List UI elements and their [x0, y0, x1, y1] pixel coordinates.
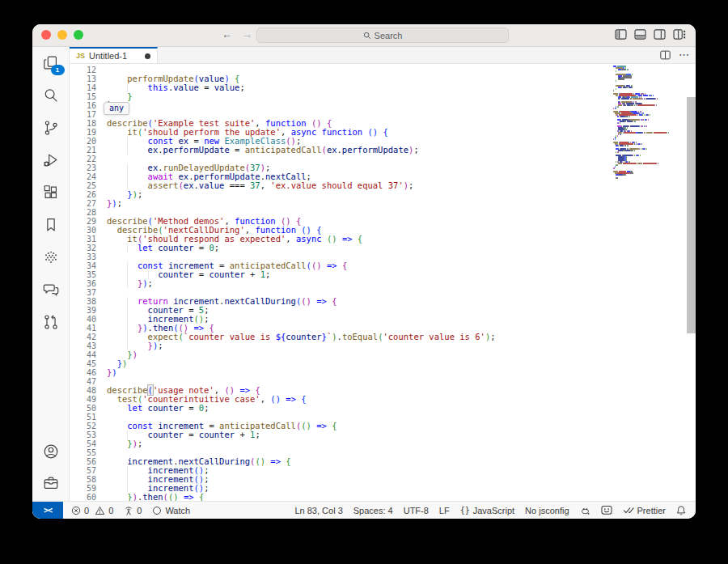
line-number[interactable]: 55 [70, 448, 96, 457]
code-line-text[interactable]: expect(`counter value is ${counter}`).to… [96, 333, 696, 341]
cursor-position[interactable]: Ln 83, Col 3 [294, 506, 342, 515]
problems-indicator[interactable]: 0 0 [71, 506, 113, 515]
line-number[interactable]: 26 [70, 190, 96, 199]
line-number[interactable]: 29 [70, 217, 96, 226]
maximize-window-button[interactable] [74, 30, 83, 40]
sidebar-item-extensions[interactable] [41, 183, 61, 202]
line-number[interactable]: 32 [70, 244, 96, 252]
code-line-text[interactable]: }) [96, 359, 696, 368]
code-line-text[interactable]: let counter = 0; [96, 404, 696, 413]
code-line-text[interactable]: }); [96, 439, 696, 448]
code-line-text[interactable]: }).then(() => { [96, 493, 696, 501]
ports-indicator[interactable]: 0 [124, 506, 142, 515]
code-line[interactable]: 32 let counter = 0; [70, 244, 696, 252]
code-line[interactable]: 42 expect(`counter value is ${counter}`)… [70, 333, 696, 341]
line-number[interactable]: 34 [70, 261, 96, 270]
line-number[interactable]: 42 [70, 333, 96, 341]
line-number[interactable]: 24 [70, 172, 96, 181]
eol-setting[interactable]: LF [439, 506, 450, 515]
line-number[interactable]: 48 [70, 386, 96, 395]
vertical-scrollbar[interactable] [686, 64, 696, 501]
line-number[interactable]: 33 [70, 252, 96, 261]
line-number[interactable]: 37 [70, 288, 96, 297]
accounts-button[interactable] [41, 442, 61, 461]
code-line-text[interactable]: } [96, 92, 696, 101]
sidebar-item-comments[interactable] [41, 280, 61, 299]
code-line[interactable]: 15 } [70, 92, 696, 101]
code-line-text[interactable]: }); [96, 341, 696, 350]
minimize-window-button[interactable] [57, 30, 67, 40]
notifications-button[interactable] [676, 505, 686, 515]
jsconfig-status[interactable]: No jsconfig [525, 506, 569, 515]
line-number[interactable]: 22 [70, 155, 96, 163]
copilot-button[interactable] [580, 506, 590, 515]
close-window-button[interactable] [41, 30, 51, 40]
line-number[interactable]: 58 [70, 475, 96, 484]
code-line[interactable]: 27}); [70, 199, 696, 208]
line-number[interactable]: 57 [70, 466, 96, 475]
code-line[interactable]: 36 }); [70, 279, 696, 288]
sidebar-item-sparkle-dots[interactable] [41, 248, 61, 267]
sidebar-item-explorer[interactable]: 1 [41, 53, 61, 73]
sidebar-item-search[interactable] [41, 86, 61, 105]
sidebar-item-run-debug[interactable] [41, 151, 61, 170]
line-number[interactable]: 28 [70, 208, 96, 217]
remote-indicator[interactable]: >< [32, 502, 63, 519]
line-number[interactable]: 12 [70, 66, 96, 74]
line-number[interactable]: 38 [70, 297, 96, 306]
watch-task-indicator[interactable]: Watch [152, 506, 190, 515]
line-number[interactable]: 14 [70, 83, 96, 92]
sidebar-item-source-control[interactable] [41, 118, 61, 138]
line-number[interactable]: 16 [70, 101, 96, 110]
toggle-panel-icon[interactable] [634, 29, 646, 40]
code-line[interactable]: 54 }); [70, 439, 696, 448]
line-number[interactable]: 45 [70, 359, 96, 368]
encoding-setting[interactable]: UTF-8 [404, 506, 429, 515]
line-number[interactable]: 46 [70, 368, 96, 377]
code-line-text[interactable]: ` [96, 101, 696, 110]
code-line-text[interactable]: assert(ex.value === 37, 'ex.value should… [96, 181, 696, 190]
code-line[interactable]: 50 let counter = 0; [70, 404, 696, 413]
line-number[interactable]: 13 [70, 74, 96, 83]
scrollbar-thumb[interactable] [687, 97, 696, 333]
line-number[interactable]: 23 [70, 163, 96, 172]
formatter-status[interactable]: Prettier [623, 506, 666, 515]
code-line-text[interactable]: ex.performUpdate = anticipatedCall(ex.pe… [96, 146, 696, 155]
code-line-text[interactable]: counter = counter + 1; [96, 430, 696, 439]
modified-indicator-dot[interactable] [145, 53, 150, 59]
line-number[interactable]: 59 [70, 484, 96, 493]
more-actions-icon[interactable]: ⋯ [679, 51, 689, 59]
line-number[interactable]: 15 [70, 92, 96, 101]
command-center-search[interactable]: Search [256, 28, 509, 43]
back-button[interactable]: ← [222, 28, 232, 40]
line-number[interactable]: 44 [70, 350, 96, 359]
code-line[interactable]: 16` [70, 101, 696, 110]
code-line[interactable]: 21 ex.performUpdate = anticipatedCall(ex… [70, 146, 696, 155]
code-line[interactable]: 26 }); [70, 190, 696, 199]
code-line[interactable]: 25 assert(ex.value === 37, 'ex.value sho… [70, 181, 696, 190]
line-number[interactable]: 54 [70, 439, 96, 448]
line-number[interactable]: 35 [70, 270, 96, 279]
sidebar-item-pull-request[interactable] [41, 312, 61, 332]
code-line-text[interactable]: }); [96, 279, 696, 288]
line-number[interactable]: 19 [70, 128, 96, 137]
code-line-text[interactable]: this.value = value; [96, 83, 696, 92]
forward-button[interactable]: → [242, 28, 252, 40]
toggle-primary-sidebar-icon[interactable] [615, 29, 627, 40]
line-number[interactable]: 21 [70, 146, 96, 155]
line-number[interactable]: 30 [70, 226, 96, 235]
code-line[interactable]: 60 }).then(() => { [70, 493, 696, 501]
line-number[interactable]: 56 [70, 457, 96, 466]
line-number[interactable]: 39 [70, 306, 96, 315]
line-number[interactable]: 49 [70, 395, 96, 404]
code-area[interactable]: 1213 performUpdate(value) {14 this.value… [70, 64, 696, 501]
code-line-text[interactable]: }) [96, 368, 696, 377]
line-number[interactable]: 53 [70, 430, 96, 439]
line-number[interactable]: 20 [70, 137, 96, 146]
line-number[interactable]: 40 [70, 315, 96, 324]
line-number[interactable]: 36 [70, 279, 96, 288]
customize-layout-icon[interactable] [673, 29, 686, 40]
line-number[interactable]: 47 [70, 377, 96, 386]
code-line-text[interactable]: counter = counter + 1; [96, 270, 696, 279]
line-number[interactable]: 25 [70, 181, 96, 190]
